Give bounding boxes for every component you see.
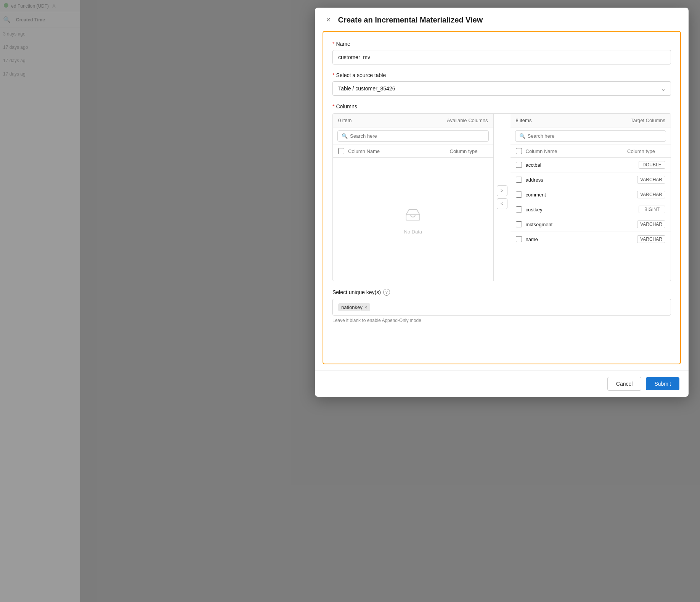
target-col-type-header: Column type	[627, 148, 665, 154]
row-name-1: address	[526, 177, 634, 183]
modal-title: Create an Incremental Materialized View	[338, 16, 483, 24]
no-data-text: No Data	[404, 229, 422, 235]
available-select-all-checkbox[interactable]	[338, 148, 344, 154]
row-type-0: DOUBLE	[639, 161, 665, 169]
modal-backdrop: × Create an Incremental Materialized Vie…	[0, 0, 700, 602]
target-panel-rows: acctbal DOUBLE address VARCHAR comment V…	[511, 158, 671, 281]
available-col-type-header: Column type	[450, 148, 488, 154]
available-panel-header: 0 item Available Columns	[333, 114, 493, 127]
modal-footer: Cancel Submit	[315, 370, 689, 397]
keys-input-area[interactable]: nationkey ×	[332, 299, 671, 315]
target-count: 8 items	[516, 118, 532, 123]
no-data-icon	[404, 204, 422, 226]
row-name-5: name	[526, 237, 634, 242]
available-col-headers: Column Name Column type	[333, 145, 493, 158]
target-col-headers: Column Name Column type	[511, 145, 671, 158]
target-col-name-header: Column Name	[526, 148, 624, 154]
row-checkbox-1[interactable]	[516, 177, 522, 183]
target-search-icon: 🔍	[519, 133, 525, 139]
key-tag-0: nationkey ×	[338, 303, 370, 311]
table-row: mktsegment VARCHAR	[511, 217, 671, 232]
target-title: Target Columns	[631, 118, 665, 123]
available-panel-content: No Data	[333, 158, 493, 281]
required-star-columns: *	[332, 103, 334, 109]
unique-keys-section: Select unique key(s) ? nationkey × Leave…	[332, 289, 671, 323]
key-tag-remove-0[interactable]: ×	[364, 304, 368, 310]
source-table-section: * Select a source table Table / customer…	[332, 72, 671, 96]
close-icon: ×	[326, 16, 331, 24]
columns-label: * Columns	[332, 103, 671, 109]
available-search-area: 🔍	[333, 127, 493, 145]
available-search-wrapper: 🔍	[337, 130, 489, 142]
transfer-buttons-area: > <	[494, 114, 511, 281]
required-star-source: *	[332, 72, 334, 78]
row-type-2: VARCHAR	[637, 191, 665, 198]
available-col-name-header: Column Name	[348, 148, 446, 154]
table-row: address VARCHAR	[511, 172, 671, 187]
row-type-4: VARCHAR	[637, 221, 665, 228]
table-row: acctbal DOUBLE	[511, 158, 671, 172]
available-count: 0 item	[338, 118, 352, 123]
name-section: * Name	[332, 41, 671, 64]
target-panel-header: 8 items Target Columns	[511, 114, 671, 127]
submit-button[interactable]: Submit	[646, 377, 679, 390]
chevron-left-icon: <	[501, 201, 503, 206]
source-table-select[interactable]: Table / customer_85426	[332, 81, 671, 96]
row-name-4: mktsegment	[526, 222, 634, 227]
append-note: Leave it blank to enable Append-Only mod…	[332, 318, 671, 323]
row-name-3: custkey	[526, 207, 635, 212]
columns-section: * Columns 0 item Available Columns 🔍	[332, 103, 671, 281]
source-table-wrapper: Table / customer_85426 ⌄	[332, 81, 671, 96]
required-star-name: *	[332, 41, 334, 47]
transfer-left-button[interactable]: <	[497, 198, 507, 209]
row-type-1: VARCHAR	[637, 176, 665, 183]
target-columns-panel: 8 items Target Columns 🔍 Column Name	[511, 114, 671, 281]
available-columns-panel: 0 item Available Columns 🔍 Column Name	[333, 114, 494, 281]
chevron-right-icon: >	[501, 188, 503, 193]
target-search-input[interactable]	[528, 133, 662, 139]
modal-header: × Create an Incremental Materialized Vie…	[315, 8, 689, 31]
row-name-2: comment	[526, 192, 634, 198]
modal-form-area: * Name * Select a source table Table / c…	[323, 31, 681, 364]
target-search-area: 🔍	[511, 127, 671, 145]
row-type-3: BIGINT	[639, 206, 665, 213]
row-type-5: VARCHAR	[637, 235, 665, 243]
row-checkbox-5[interactable]	[516, 236, 522, 242]
target-search-wrapper: 🔍	[515, 130, 666, 142]
source-table-label: * Select a source table	[332, 72, 671, 78]
help-icon[interactable]: ?	[383, 289, 390, 296]
row-checkbox-2[interactable]	[516, 192, 522, 198]
target-select-all-checkbox[interactable]	[516, 148, 522, 154]
available-search-icon: 🔍	[342, 133, 348, 139]
cancel-button[interactable]: Cancel	[607, 377, 642, 391]
name-input[interactable]	[332, 50, 671, 64]
key-tag-value-0: nationkey	[341, 304, 363, 310]
table-row: name VARCHAR	[511, 232, 671, 246]
row-checkbox-3[interactable]	[516, 206, 522, 212]
available-title: Available Columns	[447, 118, 488, 123]
name-label: * Name	[332, 41, 671, 47]
modal-dialog: × Create an Incremental Materialized Vie…	[315, 8, 689, 397]
close-button[interactable]: ×	[324, 15, 333, 25]
available-search-input[interactable]	[350, 133, 485, 139]
unique-keys-label: Select unique key(s) ?	[332, 289, 671, 296]
table-row: custkey BIGINT	[511, 202, 671, 217]
row-checkbox-0[interactable]	[516, 162, 522, 168]
transfer-right-button[interactable]: >	[497, 185, 507, 196]
row-name-0: acctbal	[526, 162, 635, 168]
row-checkbox-4[interactable]	[516, 221, 522, 227]
table-row: comment VARCHAR	[511, 187, 671, 202]
